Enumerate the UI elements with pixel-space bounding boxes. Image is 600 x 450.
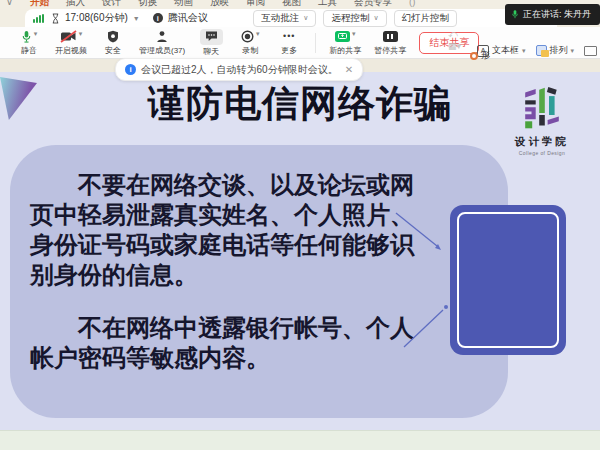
meeting-info-icon[interactable]: i <box>153 13 163 23</box>
record-button[interactable]: ▾ 录制 <box>237 30 263 56</box>
tab-animation[interactable]: 动画 <box>174 0 193 9</box>
shield-icon <box>107 30 119 43</box>
tab-home[interactable]: 开始 <box>30 0 49 9</box>
tab-slideshow[interactable]: 放映 <box>210 0 229 9</box>
meeting-notification: i 会议已超过2人，自动转为60分钟限时会议。 ✕ <box>115 58 363 81</box>
info-icon: i <box>125 64 136 75</box>
tab-transition[interactable]: 切换 <box>138 0 157 9</box>
slide-control-button[interactable]: 幻灯片控制 <box>394 10 458 27</box>
record-icon <box>241 30 254 43</box>
chevron-down-icon[interactable]: ▾ <box>256 30 260 38</box>
collapse-ribbon-icon[interactable]: ∨ <box>6 0 13 9</box>
chat-button[interactable]: 聊天 <box>198 29 224 57</box>
camera-button[interactable]: ▾ 开启视频 <box>55 30 87 56</box>
meeting-header: 17:08(60分钟) ▼ i 腾讯会议 互动批注∨ 远程控制∨ 幻灯片控制 <box>25 9 557 27</box>
timer-icon <box>51 13 60 24</box>
member-icon <box>156 30 168 43</box>
annotate-button[interactable]: 互动批注∨ <box>253 10 316 27</box>
chevron-down-icon: ▾ <box>571 47 575 55</box>
chevron-down-icon[interactable]: ▾ <box>34 30 38 38</box>
shapes-button[interactable]: 形 <box>470 49 490 62</box>
tab-view[interactable]: 视图 <box>282 0 301 9</box>
ellipsis-icon: ••• <box>283 30 295 42</box>
pause-share-button[interactable]: 暂停共享 <box>374 30 406 56</box>
chevron-down-icon: ∨ <box>373 14 378 22</box>
photo-frame-placeholder <box>450 205 566 355</box>
toolbar-band: ▾ 静音 ▾ 开启视频 安全 管理成员(37) 聊天 ▾ 录制 <box>0 27 600 59</box>
chevron-down-icon: ∨ <box>303 14 308 22</box>
chevron-down-icon[interactable]: ▾ <box>352 30 356 38</box>
share-screen-icon <box>335 31 350 42</box>
toolbar-divider <box>315 33 316 53</box>
network-signal-icon <box>33 14 44 23</box>
chat-icon <box>205 30 218 42</box>
chevron-down-icon: ▾ <box>522 47 526 55</box>
chevron-down-icon[interactable]: ▾ <box>79 30 83 38</box>
app-name: 腾讯会议 <box>168 11 208 25</box>
tab-design[interactable]: 设计 <box>102 0 121 9</box>
tab-tools[interactable]: 工具 <box>318 0 337 9</box>
arrange-icon <box>536 45 547 56</box>
pause-icon <box>383 31 398 42</box>
tab-insert[interactable]: 插入 <box>66 0 85 9</box>
more-button[interactable]: ••• 更多 <box>276 30 302 56</box>
undo-icon: ⤺ <box>448 29 461 39</box>
speaking-text: 正在讲话: 朱丹丹 <box>523 8 591 21</box>
remote-control-button[interactable]: 远程控制∨ <box>323 10 386 27</box>
ppt-status-strip <box>0 430 600 450</box>
shape-circle-icon <box>470 52 478 60</box>
notification-text: 会议已超过2人，自动转为60分钟限时会议。 <box>141 63 338 77</box>
meeting-timer[interactable]: 17:08(60分钟) <box>65 11 128 25</box>
slide-size-button[interactable]: ▾ <box>584 46 600 56</box>
close-icon[interactable]: ✕ <box>345 64 353 75</box>
tab-member[interactable]: 会员专享 <box>354 0 392 9</box>
ppt-ribbon-fragment: A文本框▾ 排列▾ ▾ <box>477 27 600 66</box>
speaking-indicator: 正在讲话: 朱丹丹 <box>505 4 600 25</box>
new-share-button[interactable]: ▾ 新的共享 <box>329 30 361 56</box>
speaking-mic-icon <box>511 9 519 20</box>
mute-button[interactable]: ▾ 静音 <box>16 30 42 56</box>
timer-caret-icon[interactable]: ▼ <box>133 15 140 22</box>
camera-off-icon <box>60 30 77 43</box>
manage-members-button[interactable]: 管理成员(37) <box>139 30 185 56</box>
ppt-disabled-icons: ⤺ ▦▾ <box>448 29 461 51</box>
rectangle-icon <box>584 46 597 56</box>
tab-review[interactable]: 审阅 <box>246 0 265 9</box>
mic-icon <box>21 30 32 44</box>
security-button[interactable]: 安全 <box>100 30 126 56</box>
menu-extra-icon[interactable]: () <box>409 0 415 9</box>
screen: ∨ 开始 插入 设计 切换 动画 放映 审阅 视图 工具 会员专享 () 17:… <box>0 0 600 450</box>
photo-frame-border <box>457 212 559 348</box>
arrange-button[interactable]: 排列▾ <box>536 44 575 57</box>
slide-canvas: 谨防电信网络诈骗 设计学院 College of Design 不要在网络交谈、… <box>0 72 600 430</box>
grid-icon: ▦▾ <box>448 41 461 51</box>
